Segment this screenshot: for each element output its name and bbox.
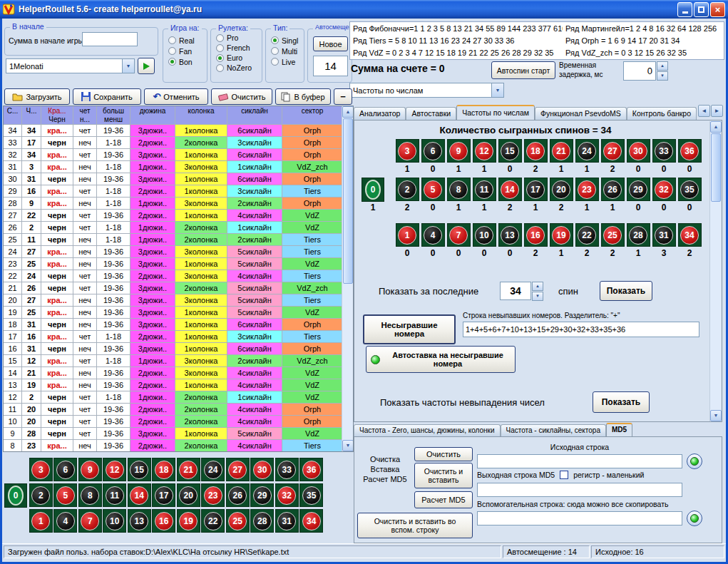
number-tile-17[interactable]: 17 [524,178,548,201]
main-tab-2[interactable]: Частоты по числам [456,105,535,120]
number-tile-3[interactable]: 3 [396,139,419,163]
number-tile-33[interactable]: 33 [652,139,676,163]
number-tile-30[interactable]: 30 [627,139,650,163]
spin-row[interactable]: 3434кра...чет19-363дюжи..1колонка6сиклай… [4,125,343,137]
led-button[interactable] [687,511,702,526]
number-tile-1[interactable]: 1 [29,509,53,533]
spin-row[interactable]: 289кра...неч1-181дюжи..3колонка2сиклайнO… [4,198,343,210]
number-tile-19[interactable]: 19 [177,509,200,533]
tab-scroll-left-icon[interactable]: ◄ [698,105,710,117]
main-tab-1[interactable]: Автоставки [406,107,456,120]
md5-output-input[interactable] [477,483,682,497]
number-tile-34[interactable]: 34 [678,223,702,247]
number-tile-3[interactable]: 3 [29,458,53,481]
number-tile-6[interactable]: 6 [421,139,445,163]
spin-row[interactable]: 122чернчет1-181дюжи..2колонка1сиклайнVdZ [4,391,343,404]
led-button[interactable] [687,453,702,469]
number-tile-20[interactable]: 20 [177,483,200,507]
panel-scrollbar[interactable]: ▲ ▼ [709,121,721,421]
number-tile-35[interactable]: 35 [678,178,702,201]
radio-singl[interactable]: Singl [266,35,304,46]
spin-row[interactable]: 1020чернчет19-362дюжи..2колонка4сиклайнO… [4,416,343,428]
number-tile-22[interactable]: 22 [201,509,225,533]
spin-row[interactable]: 1512кра...чет1-181дюжи..3колонка2сиклайн… [4,355,343,367]
minimize-button[interactable] [677,2,692,17]
load-button[interactable]: Загрузить [4,88,70,105]
spin-row[interactable]: 2511черннеч1-181дюжи..2колонка2сиклайнTi… [4,234,343,246]
number-tile-32[interactable]: 32 [652,178,676,201]
number-tile-16[interactable]: 16 [152,509,175,533]
show-last-value[interactable]: 34 [500,282,531,300]
radio-multi[interactable]: Multi [266,46,304,56]
number-tile-8[interactable]: 8 [78,483,102,507]
autospin-start-button[interactable]: Автоспин старт [491,61,555,79]
number-tile-14[interactable]: 14 [498,178,522,201]
preset-combobox[interactable]: 1Melonati ▼ [6,58,135,73]
bottom-tab-2[interactable]: MD5 [606,423,632,436]
number-tile-15[interactable]: 15 [498,139,522,163]
minus-button[interactable]: − [334,88,352,105]
number-tile-36[interactable]: 36 [299,458,323,481]
spin-row[interactable]: 1831черннеч19-363дюжи..1колонка6сиклайнO… [4,319,343,331]
start-sum-input[interactable] [82,32,138,46]
number-tile-35[interactable]: 35 [299,483,323,507]
spin-row[interactable]: 2224чернчет19-362дюжи..3колонка4сиклайнT… [4,270,343,282]
md5-source-input[interactable] [477,454,682,468]
number-tile-27[interactable]: 27 [226,458,250,481]
number-tile-22[interactable]: 22 [575,223,599,247]
number-tile-9[interactable]: 9 [78,458,102,481]
spin-row[interactable]: 3234кра...чет19-363дюжи..1колонка6сиклай… [4,149,343,161]
number-tile-6[interactable]: 6 [53,458,77,481]
spin-row[interactable]: 1925кра...неч19-363дюжи..1колонка5сиклай… [4,307,343,319]
number-tile-7[interactable]: 7 [447,223,471,247]
number-tile-30[interactable]: 30 [250,458,274,481]
number-tile-2[interactable]: 2 [396,178,419,201]
spin-row[interactable]: 1120чернчет19-362дюжи..2колонка4сиклайнO… [4,404,343,416]
maximize-button[interactable] [694,2,709,17]
main-tab-0[interactable]: Анализатор [354,107,406,120]
number-tile-11[interactable]: 11 [473,178,496,201]
number-tile-18[interactable]: 18 [152,458,175,481]
number-tile-19[interactable]: 19 [550,223,573,247]
spin-row[interactable]: 1716кра...чет1-182дюжи..1колонка3сиклайн… [4,331,343,343]
new-button[interactable]: Новое [313,36,348,51]
number-tile-7[interactable]: 7 [78,509,102,533]
show-button[interactable]: Показать [600,281,652,301]
number-tile-4[interactable]: 4 [421,223,445,247]
number-tile-14[interactable]: 14 [128,483,151,507]
md5-aux-input[interactable] [477,511,682,525]
radio-pro[interactable]: Pro [211,33,262,43]
number-tile-31[interactable]: 31 [652,223,676,247]
number-tile-31[interactable]: 31 [275,509,299,533]
spin-row[interactable]: 2916кра...чет1-182дюжи..1колонка3сиклайн… [4,185,343,198]
spin-row[interactable]: 3031черннеч19-363дюжи..1колонка6сиклайнO… [4,173,343,185]
md5-clear-paste-aux-button[interactable]: Очистить и вставить во вспом. строку [357,513,473,538]
number-tile-1[interactable]: 1 [396,223,419,247]
number-tile-12[interactable]: 12 [473,139,496,163]
close-button[interactable]: × [710,2,725,17]
stepper-up-icon[interactable]: ▲ [657,61,668,71]
number-tile-26[interactable]: 26 [226,483,250,507]
clear-button[interactable]: Очистить [211,88,272,105]
number-tile-28[interactable]: 28 [250,509,274,533]
radio-live[interactable]: Live [266,56,304,67]
number-tile-23[interactable]: 23 [201,483,225,507]
bottom-tab-1[interactable]: Частота - сиклайны, сектора [501,424,606,436]
number-tile-24[interactable]: 24 [575,139,599,163]
missed-numbers-button[interactable]: Несыгравшие номера [363,314,456,344]
spin-row[interactable]: 1631черннеч19-363дюжи..1колонка6сиклайнO… [4,343,343,355]
number-tile-29[interactable]: 29 [627,178,650,201]
number-tile-32[interactable]: 32 [275,483,299,507]
number-tile-24[interactable]: 24 [201,458,225,481]
scroll-up-icon[interactable]: ▲ [710,121,722,133]
number-tile-11[interactable]: 11 [103,483,126,507]
radio-french[interactable]: French [211,43,262,53]
number-tile-2[interactable]: 2 [29,483,53,507]
number-tile-4[interactable]: 4 [53,509,77,533]
md5-clear-button[interactable]: Очистить [414,447,473,461]
number-tile-27[interactable]: 27 [601,139,625,163]
number-tile-25[interactable]: 25 [226,509,250,533]
spin-row[interactable]: 2722чернчет19-362дюжи..1колонка4сиклайнV… [4,210,343,222]
delay-value[interactable]: 0 [623,61,656,81]
stepper-down-icon[interactable]: ▼ [657,71,668,81]
